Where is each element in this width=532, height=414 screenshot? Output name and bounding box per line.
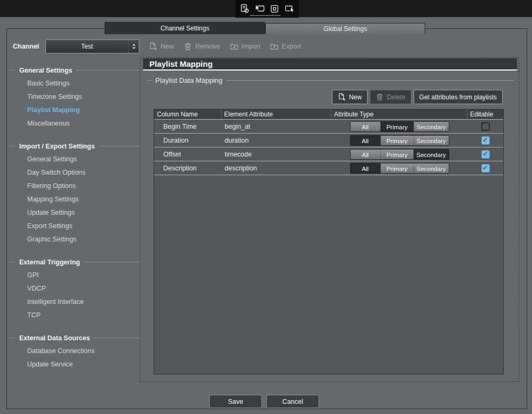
channel-toolbar: New Remove Import Export: [149, 41, 301, 52]
sidebar-item-graphic-settings[interactable]: Graphic Settings: [9, 233, 140, 246]
sidebar-item-tcp[interactable]: TCP: [9, 309, 140, 322]
sidebar-item-miscellaneous[interactable]: Miscellaneous: [9, 117, 140, 130]
segment-primary[interactable]: Primary: [380, 150, 414, 159]
cell-column-name: Offset: [154, 151, 221, 158]
tab-label: Global Settings: [323, 25, 367, 33]
group-title: Playlist Data Mapping: [155, 76, 223, 84]
sidebar-section-external-triggering: External Triggering GPI VDCP Intelligent…: [9, 255, 140, 322]
sidebar-item-playlist-mapping[interactable]: Playlist Mapping: [9, 104, 140, 117]
sidebar-section-general: General Settings Basic Settings Timezone…: [9, 64, 140, 130]
channel-dropdown[interactable]: Test: [45, 40, 139, 53]
channel-remove-button[interactable]: Remove: [184, 42, 220, 51]
playlist-mapping-panel: Playlist Mapping Playlist Data Mapping N…: [140, 57, 519, 382]
col-header-editable: Editable: [467, 110, 503, 119]
sidebar-item-general-settings[interactable]: General Settings: [9, 153, 140, 166]
sidebar-item-intelligent-interface[interactable]: Intelligent Interface: [9, 295, 140, 309]
table-row[interactable]: Begin Time begin_at All Primary Secondar…: [154, 120, 503, 134]
sidebar-section-title: General Settings: [9, 64, 140, 77]
segment-primary[interactable]: Primary: [380, 163, 414, 173]
delete-row-button[interactable]: Delete: [370, 90, 411, 104]
table-header: Column Name Element Attribute Attribute …: [154, 110, 503, 120]
col-header-attribute-type: Attribute Type: [331, 110, 467, 119]
attribute-type-segmented-control: All Primary Secondary: [350, 163, 449, 174]
dropdown-spinner-icon: [128, 40, 139, 53]
sidebar-item-gpi[interactable]: GPI: [9, 269, 140, 282]
capture-document-icon[interactable]: [240, 4, 250, 14]
mapping-table: Column Name Element Attribute Attribute …: [154, 109, 504, 374]
settings-window: Channel Settings Global Settings Channel…: [0, 0, 532, 414]
capture-toolbar-handle[interactable]: [250, 15, 281, 16]
cell-element-attribute: duration: [221, 137, 331, 144]
capture-region-icon[interactable]: [269, 4, 280, 14]
cell-element-attribute: description: [221, 165, 331, 172]
cell-element-attribute: timecode: [221, 151, 331, 158]
segment-all[interactable]: All: [351, 150, 380, 159]
segment-all[interactable]: All: [351, 122, 380, 131]
sidebar-item-vdcp[interactable]: VDCP: [9, 282, 140, 295]
folder-export-icon: [270, 42, 279, 51]
col-header-element-attribute: Element Attribute: [221, 110, 331, 119]
tab-label: Channel Settings: [161, 25, 209, 32]
col-header-column-name: Column Name: [154, 110, 221, 119]
save-button[interactable]: Save: [209, 395, 262, 408]
channel-import-button[interactable]: Import: [230, 42, 260, 51]
segment-all[interactable]: All: [351, 163, 380, 173]
sidebar-section-title: Import / Export Settings: [9, 139, 140, 153]
new-document-icon: [149, 42, 157, 51]
segment-secondary[interactable]: Secondary: [414, 122, 449, 131]
sidebar-section-title: External Data Sources: [9, 331, 140, 345]
sidebar-item-day-switch-options[interactable]: Day Switch Options: [9, 166, 140, 179]
sidebar-item-export-settings[interactable]: Export Settings: [9, 220, 140, 233]
cell-column-name: Description: [154, 165, 221, 172]
editable-checkbox[interactable]: [481, 164, 490, 173]
editable-checkbox[interactable]: [481, 136, 490, 145]
trash-icon: [184, 42, 192, 51]
channel-label: Channel: [13, 43, 39, 50]
attribute-type-segmented-control: All Primary Secondary: [350, 121, 449, 132]
sidebar-item-update-service[interactable]: Update Service: [9, 358, 140, 371]
tab-global-settings[interactable]: Global Settings: [265, 23, 425, 34]
group-header: Playlist Data Mapping: [147, 76, 513, 84]
segment-secondary[interactable]: Secondary: [414, 136, 449, 145]
channel-dropdown-value: Test: [46, 43, 128, 50]
sidebar-section-external-data-sources: External Data Sources Database Connectio…: [9, 331, 140, 371]
sidebar-item-filtering-options[interactable]: Filtering Options: [9, 179, 140, 193]
table-actions: New Delete Get attributes from playlists: [332, 90, 503, 104]
sidebar-item-update-settings[interactable]: Update Settings: [9, 206, 140, 220]
table-row[interactable]: Offset timecode All Primary Secondary: [154, 147, 503, 161]
segment-secondary[interactable]: Secondary: [414, 163, 449, 173]
attribute-type-segmented-control: All Primary Secondary: [350, 149, 449, 160]
segment-primary[interactable]: Primary: [380, 122, 414, 131]
editable-checkbox[interactable]: [481, 122, 490, 131]
channel-new-button[interactable]: New: [149, 42, 174, 51]
folder-import-icon: [230, 42, 239, 51]
cell-column-name: Begin Time: [154, 123, 221, 130]
trash-icon: [376, 93, 384, 101]
capture-window-icon[interactable]: [255, 4, 265, 14]
new-row-button[interactable]: New: [332, 90, 368, 104]
table-row[interactable]: Description description All Primary Seco…: [154, 161, 503, 175]
sidebar-section-import-export: Import / Export Settings General Setting…: [9, 139, 140, 246]
channel-export-button[interactable]: Export: [270, 42, 301, 51]
get-attributes-button[interactable]: Get attributes from playlists: [414, 90, 503, 104]
segment-primary[interactable]: Primary: [380, 136, 414, 145]
cell-column-name: Duration: [154, 137, 221, 144]
sidebar-item-mapping-settings[interactable]: Mapping Settings: [9, 193, 140, 206]
sidebar-section-title: External Triggering: [9, 255, 140, 269]
table-row[interactable]: Duration duration All Primary Secondary: [154, 134, 503, 147]
sidebar-item-database-connections[interactable]: Database Connections: [9, 345, 140, 358]
attribute-type-segmented-control: All Primary Secondary: [350, 135, 449, 146]
new-document-icon: [338, 93, 346, 101]
capture-freeform-icon[interactable]: [284, 4, 295, 14]
editable-checkbox[interactable]: [481, 150, 490, 159]
cell-element-attribute: begin_at: [221, 123, 331, 130]
settings-sidebar: General Settings Basic Settings Timezone…: [9, 64, 140, 380]
cancel-button[interactable]: Cancel: [266, 395, 319, 408]
page-title: Playlist Mapping: [143, 58, 517, 71]
segment-secondary[interactable]: Secondary: [414, 150, 449, 159]
sidebar-item-basic-settings[interactable]: Basic Settings: [9, 77, 140, 90]
tab-channel-settings[interactable]: Channel Settings: [105, 22, 265, 34]
sidebar-item-timezone-settings[interactable]: Timezone Settings: [9, 90, 140, 104]
segment-all[interactable]: All: [351, 136, 380, 145]
